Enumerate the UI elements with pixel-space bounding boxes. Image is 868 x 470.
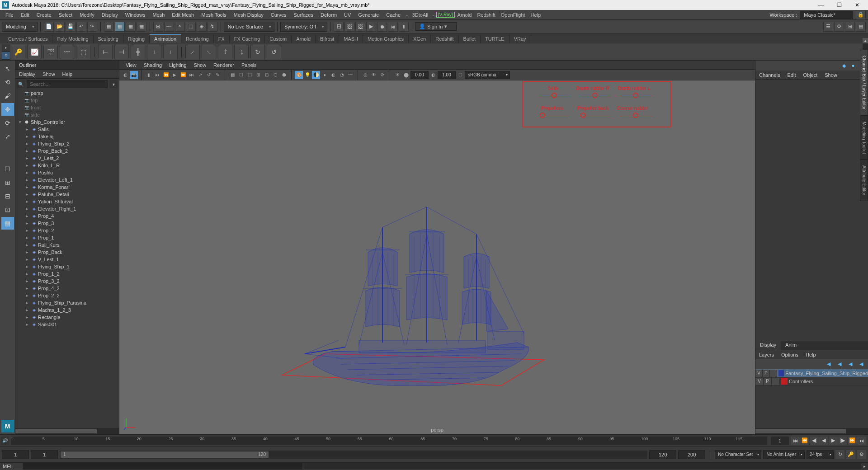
autokey-icon[interactable]: 🔑 [846,450,855,459]
vt-exp[interactable]: ☀ [393,71,401,79]
vp-shading[interactable]: Shading [140,62,165,68]
outliner-item[interactable]: ▸◈Prop_Back [15,249,119,256]
vt-tex[interactable]: 🎨 [295,71,303,79]
shelf-c1-icon[interactable]: ⟋ [185,45,200,59]
save-icon[interactable]: 💾 [66,22,75,32]
outliner-item[interactable]: ▸◈V_Lest_1 [15,256,119,263]
menu-mesh[interactable]: Mesh [149,10,168,19]
vt-sel[interactable]: ◐ [121,71,129,79]
stab-modeling[interactable]: Modeling Toolkit [860,116,868,160]
select-tool[interactable]: ↖ [1,62,14,75]
sel-mask2-icon[interactable]: ▦ [137,22,146,32]
outliner-search[interactable] [27,80,108,88]
menu-uv[interactable]: UV [340,10,354,19]
tab-rendering[interactable]: Rendering [181,35,214,43]
vt-wire[interactable]: ⬡ [271,71,279,79]
tab-custom[interactable]: Custom [265,35,292,43]
render-set-icon[interactable]: ▶ [366,22,376,32]
play-rev[interactable]: ◀ [819,437,828,445]
plugin-3dtoall[interactable]: 3DtoAll [410,12,431,18]
redo-icon[interactable]: ↷ [87,22,97,32]
outliner-item[interactable]: ▸◈Prop_4_2 [15,285,119,292]
outliner-item[interactable]: ▸◈Takelaj [15,133,119,140]
stab-channelbox[interactable]: Channel Box / Layer Editor [860,50,868,116]
tab-sculpt[interactable]: Sculpting [94,35,123,43]
anim-end[interactable]: 200 [678,450,705,459]
vp-view[interactable]: View [122,62,140,68]
snap-curve-icon[interactable]: 〰 [164,22,174,32]
outliner-item[interactable]: ▸◈Sails [15,126,119,133]
render-frame-icon[interactable]: 🖼 [344,22,354,32]
toggle-outliner-icon[interactable]: ☰ [823,22,833,32]
layer-i3[interactable]: ◀ [846,360,854,368]
vt5[interactable]: ⏩ [179,71,187,79]
outliner-menu-display[interactable]: Display [15,70,39,77]
fps-dd[interactable]: 24 fps [807,450,834,459]
shelf-ik2-icon[interactable]: ⊣ [114,45,129,59]
plugin-help[interactable]: Help [528,12,544,18]
snap-grid-icon[interactable]: ⊞ [153,22,163,32]
outliner-item[interactable]: ▸◈Korma_Fonari [15,183,119,191]
menu-cache[interactable]: Cache [382,10,404,19]
shelf-ik5-icon[interactable]: ⟂ [163,45,178,59]
vt-grid[interactable]: ▦ [228,71,236,79]
outliner-item[interactable]: ▸◈Prop_2 [15,227,119,234]
shelf-ik4-icon[interactable]: ⟂ [147,45,161,59]
layout-single[interactable]: ☐ [1,163,14,175]
timeline[interactable]: 🔊 15101520253035404550556065707580859095… [0,434,868,446]
outliner-item[interactable]: ▸◈Yakori_Shturval [15,198,119,205]
outliner-menu-show[interactable]: Show [39,70,59,77]
vt-ao[interactable]: ● [321,71,329,79]
scale-tool[interactable]: ⤢ [1,130,14,143]
outliner-toggle[interactable]: ▤ [1,217,14,230]
tab-vray[interactable]: VRay [509,35,531,43]
signin-button[interactable]: 👤 Sign In ▾ [415,22,457,31]
menu-meshdisplay[interactable]: Mesh Display [230,10,267,19]
outliner-item[interactable]: ▸◈Ruli_Kurs [15,241,119,249]
vt-shade[interactable]: ⬢ [280,71,288,79]
vt6[interactable]: ⏭ [188,71,196,79]
layer-row[interactable]: VPControllers [755,377,868,385]
toggle-tool-icon[interactable]: ⊞ [845,22,855,32]
layer-row[interactable]: VPFantasy_Flying_Sailing_Ship_Rigged [755,369,868,377]
snap-plane-icon[interactable]: ⬚ [186,22,196,32]
open-icon[interactable]: 📂 [55,22,65,32]
outliner-menu-help[interactable]: Help [59,70,76,77]
layer-i2[interactable]: ◀ [835,360,844,368]
sel-mask-icon[interactable]: ▦ [126,22,136,32]
canvas[interactable]: Sails Depth rudder R Depth rudder L Prop… [119,80,755,434]
vt2[interactable]: ⏮ [153,71,161,79]
outliner-item[interactable]: ▸◈Flying_Ship_1 [15,263,119,270]
range-end[interactable]: 120 [649,450,676,459]
lasso-tool[interactable]: ⟲ [1,76,14,89]
outliner-item[interactable]: ▸◈Krilo_L_R [15,162,119,169]
layers-list[interactable]: VPFantasy_Flying_Sailing_Ship_RiggedVPCo… [755,369,868,428]
sel-comp-icon[interactable]: ▦ [115,22,125,32]
menu-modify[interactable]: Modify [76,10,98,19]
tab-curves[interactable]: Curves / Surfaces [4,35,52,43]
render-seq-icon[interactable]: 🎞 [334,22,344,32]
shelf-keyframe-icon[interactable]: 🔑 [11,45,25,59]
layout-two[interactable]: ⊟ [1,190,14,202]
chan-channels[interactable]: Channels [755,70,783,79]
cmd-input[interactable] [23,463,302,470]
playblast-icon[interactable]: ⏯ [388,22,398,32]
layout-four[interactable]: ⊞ [1,176,14,189]
outliner-item[interactable]: ▸◈V_Lest_2 [15,155,119,162]
vt-dof[interactable]: ◔ [338,71,346,79]
rsm-layers[interactable]: Layers [755,350,778,359]
exposure-icon[interactable]: ⬤ [402,71,410,79]
tab-xgen[interactable]: XGen [409,35,431,43]
vt-aa[interactable]: ◐ [329,71,337,79]
search-drop-icon[interactable]: ▾ [109,80,118,88]
snap-live-icon[interactable]: ◈ [197,22,207,32]
gamma-value[interactable]: 1.00 [438,71,456,79]
outliner-item[interactable]: ▸◈Prop_2_2 [15,292,119,299]
rig-sails-slider[interactable] [539,96,571,96]
layer-i1[interactable]: ◀ [825,360,833,368]
vt7[interactable]: ↗ [196,71,204,79]
tl-sound-icon[interactable]: 🔊 [1,437,9,445]
menu-create[interactable]: Create [33,10,55,19]
vt-mb[interactable]: 〰 [346,71,354,79]
plugin-vray[interactable]: [V-Ray] [436,12,455,18]
